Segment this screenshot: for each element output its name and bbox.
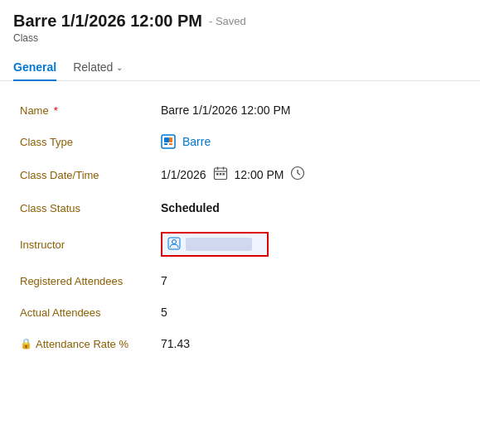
svg-rect-2 — [164, 143, 167, 145]
lookup-icon — [167, 237, 182, 252]
class-status-value: Scheduled — [161, 201, 460, 214]
calendar-icon[interactable] — [213, 166, 228, 184]
class-type-value: Barre — [161, 134, 460, 149]
instructor-row: Instructor — [20, 224, 460, 265]
actual-attendees-text: 5 — [161, 306, 167, 319]
tab-general[interactable]: General — [13, 54, 56, 80]
tab-bar: General Related ⌄ — [0, 54, 480, 81]
lock-icon: 🔒 — [20, 338, 32, 349]
instructor-label: Instructor — [20, 238, 161, 251]
clock-icon[interactable] — [290, 166, 305, 184]
tab-related-label: Related — [73, 60, 113, 74]
chevron-down-icon: ⌄ — [116, 63, 123, 72]
time-text: 12:00 PM — [235, 168, 284, 181]
name-label: Name * — [20, 104, 161, 117]
svg-rect-3 — [169, 143, 172, 145]
form-area: Name * Barre 1/1/2026 12:00 PM Class Typ… — [0, 81, 480, 373]
registered-attendees-label: Registered Attendees — [20, 275, 161, 287]
actual-attendees-row: Actual Attendees 5 — [20, 296, 460, 328]
page-header: Barre 1/1/2026 12:00 PM - Saved Class — [0, 0, 480, 47]
class-status-text: Scheduled — [161, 201, 220, 214]
name-text: Barre 1/1/2026 12:00 PM — [161, 104, 290, 117]
svg-rect-9 — [216, 173, 219, 176]
svg-rect-4 — [169, 137, 172, 142]
saved-badge: - Saved — [209, 15, 246, 27]
attendance-rate-text: 71.43 — [161, 337, 190, 350]
class-datetime-value: 1/1/2026 12:00 PM — [161, 166, 460, 184]
attendance-rate-label: 🔒 Attendance Rate % — [20, 338, 161, 350]
registered-attendees-text: 7 — [161, 274, 167, 287]
tab-general-label: General — [13, 60, 56, 74]
date-text: 1/1/2026 — [161, 168, 206, 181]
class-type-icon — [161, 134, 176, 149]
tab-related[interactable]: Related ⌄ — [73, 54, 123, 80]
instructor-placeholder — [186, 238, 252, 251]
record-type: Class — [13, 32, 467, 44]
svg-line-14 — [298, 173, 300, 175]
name-value: Barre 1/1/2026 12:00 PM — [161, 104, 460, 117]
svg-rect-1 — [164, 137, 169, 142]
svg-rect-11 — [222, 173, 225, 176]
instructor-field[interactable] — [161, 232, 269, 257]
page-title: Barre 1/1/2026 12:00 PM - Saved — [13, 12, 467, 31]
actual-attendees-label: Actual Attendees — [20, 306, 161, 319]
registered-attendees-value: 7 — [161, 274, 460, 287]
required-indicator: * — [54, 104, 58, 117]
class-datetime-row: Class Date/Time 1/1/2026 12:00 PM — [20, 157, 460, 192]
svg-rect-10 — [219, 173, 221, 176]
actual-attendees-value: 5 — [161, 306, 460, 319]
title-text: Barre 1/1/2026 12:00 PM — [13, 12, 202, 31]
registered-attendees-row: Registered Attendees 7 — [20, 265, 460, 296]
class-type-label: Class Type — [20, 136, 161, 148]
class-status-label: Class Status — [20, 202, 161, 214]
attendance-rate-value: 71.43 — [161, 337, 460, 350]
name-row: Name * Barre 1/1/2026 12:00 PM — [20, 94, 460, 126]
class-type-text: Barre — [182, 135, 211, 148]
attendance-rate-row: 🔒 Attendance Rate % 71.43 — [20, 328, 460, 359]
instructor-value — [161, 232, 460, 257]
class-status-row: Class Status Scheduled — [20, 192, 460, 224]
class-datetime-label: Class Date/Time — [20, 169, 161, 181]
class-type-row: Class Type Barre — [20, 126, 460, 157]
